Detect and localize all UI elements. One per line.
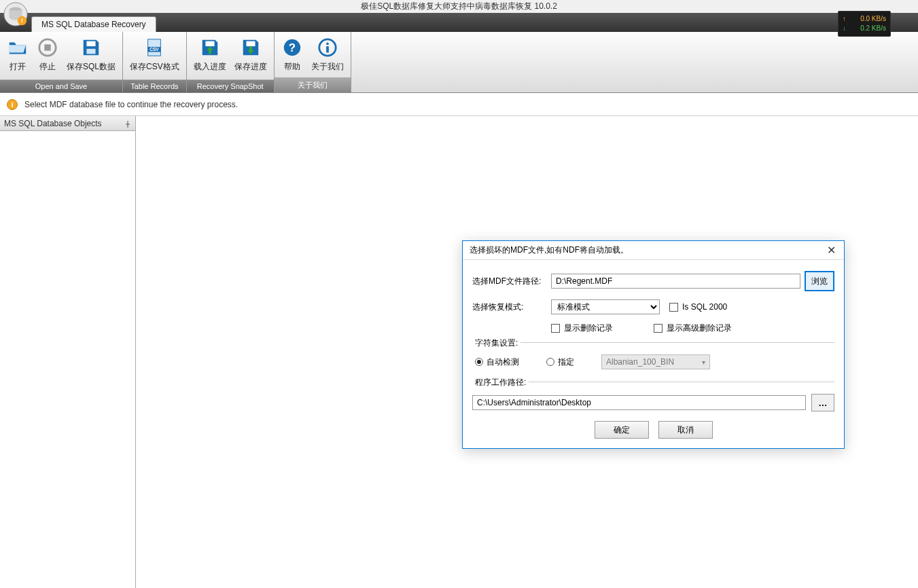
save-csv-label: 保存CSV格式 [130, 61, 179, 73]
ribbon: 打开 停止 保存SQL数据 Open and Save CSV [0, 32, 918, 93]
charset-select: Albanian_100_BIN ▾ [601, 354, 710, 369]
group-caption: Table Records [123, 79, 186, 92]
tab-recovery[interactable]: MS SQL Database Recovery [31, 16, 156, 32]
group-caption: Recovery SnapShot [187, 79, 274, 92]
charset-value: Albanian_100_BIN [606, 357, 674, 367]
stop-icon [37, 37, 58, 58]
ribbon-group-open-save: 打开 停止 保存SQL数据 Open and Save [0, 32, 123, 92]
sidebar-panel: MS SQL Database Objects [0, 116, 136, 588]
radio-checked-icon [475, 358, 483, 366]
pin-icon[interactable] [124, 120, 131, 127]
title-bar: ! 极佳SQL数据库修复大师支持中病毒数据库恢复 10.0.2 [0, 0, 918, 13]
save-progress-icon [240, 37, 262, 58]
close-button[interactable]: ✕ [825, 244, 837, 257]
recovery-mode-label: 选择恢复模式: [472, 301, 551, 313]
workpath-input[interactable] [472, 395, 806, 410]
browse-label: 浏览 [811, 276, 828, 286]
show-deleted-label: 显示删除记录 [564, 323, 613, 334]
ok-button[interactable]: 确定 [595, 421, 649, 439]
open-button[interactable]: 打开 [3, 34, 33, 79]
about-button[interactable]: 关于我们 [307, 34, 348, 77]
svg-rect-6 [86, 41, 95, 47]
show-adv-deleted-checkbox[interactable]: 显示高级删除记录 [654, 323, 732, 334]
show-deleted-checkbox[interactable]: 显示删除记录 [551, 323, 613, 334]
tab-label: MS SQL Database Recovery [41, 20, 146, 29]
show-adv-deleted-label: 显示高级删除记录 [667, 323, 732, 334]
svg-rect-17 [326, 46, 329, 52]
save-sql-label: 保存SQL数据 [67, 61, 116, 73]
open-label: 打开 [10, 61, 26, 73]
specify-radio[interactable]: 指定 [546, 356, 574, 368]
download-speed: 0.2 KB/s [860, 24, 886, 33]
sidebar-header: MS SQL Database Objects [0, 116, 135, 131]
ribbon-group-recovery-snapshot: 载入进度 保存进度 Recovery SnapShot [187, 32, 275, 92]
svg-rect-5 [44, 44, 50, 50]
close-icon: ✕ [827, 244, 836, 257]
network-speed-overlay: ↑ 0.0 KB/s ↓ 0.2 KB/s [838, 11, 891, 37]
ribbon-group-about: ? 帮助 关于我们 关于我们 [275, 32, 351, 92]
svg-text:?: ? [289, 41, 296, 54]
specify-label: 指定 [558, 356, 574, 368]
workpath-browse-button[interactable]: … [811, 394, 834, 411]
auto-detect-radio[interactable]: 自动检测 [475, 356, 519, 368]
browse-button[interactable]: 浏览 [805, 271, 834, 291]
is-sql2000-checkbox[interactable]: Is SQL 2000 [669, 302, 727, 312]
charset-legend: 字符集设置: [472, 337, 520, 349]
cancel-button[interactable]: 取消 [658, 421, 713, 439]
dialog-titlebar: 选择损坏的MDF文件,如有NDF将自动加载。 ✕ [463, 241, 844, 260]
info-icon [317, 37, 338, 58]
checkbox-icon [669, 303, 678, 312]
help-button[interactable]: ? 帮助 [277, 34, 307, 77]
ok-label: 确定 [614, 425, 630, 435]
select-mdf-dialog: 选择损坏的MDF文件,如有NDF将自动加载。 ✕ 选择MDF文件路径: 浏览 选… [462, 240, 845, 449]
svg-rect-12 [246, 41, 255, 47]
load-progress-label: 载入进度 [194, 61, 226, 73]
window-title: 极佳SQL数据库修复大师支持中病毒数据库恢复 10.0.2 [361, 1, 557, 12]
info-badge-icon: i [7, 99, 18, 110]
save-icon [80, 37, 102, 58]
stop-button[interactable]: 停止 [33, 34, 63, 79]
ribbon-tabstrip: MS SQL Database Recovery [0, 13, 918, 32]
app-logo-icon: ! [3, 1, 29, 27]
svg-point-16 [326, 43, 329, 45]
is-sql2000-label: Is SQL 2000 [682, 302, 727, 312]
upload-arrow-icon: ↑ [843, 14, 846, 24]
auto-detect-label: 自动检测 [487, 356, 519, 368]
mdf-path-input[interactable] [551, 274, 800, 289]
about-label: 关于我们 [311, 61, 344, 73]
recovery-mode-select[interactable]: 标准模式 [551, 299, 660, 314]
save-sql-button[interactable]: 保存SQL数据 [63, 34, 120, 79]
chevron-down-icon: ▾ [702, 359, 705, 366]
ribbon-group-table-records: CSV 保存CSV格式 Table Records [123, 32, 187, 92]
checkbox-icon [551, 324, 560, 333]
workpath-fieldset: 程序工作路径: … [472, 382, 834, 411]
sidebar-title: MS SQL Database Objects [4, 119, 102, 128]
info-bar: i Select MDF database file to continue t… [0, 93, 918, 116]
upload-speed: 0.0 KB/s [860, 14, 886, 24]
save-progress-button[interactable]: 保存进度 [230, 34, 271, 79]
radio-icon [546, 358, 554, 366]
stop-label: 停止 [39, 61, 56, 73]
save-csv-button[interactable]: CSV 保存CSV格式 [126, 34, 183, 79]
help-label: 帮助 [284, 61, 300, 73]
download-arrow-icon: ↓ [843, 24, 846, 33]
svg-rect-11 [205, 41, 214, 47]
svg-text:!: ! [21, 17, 23, 24]
group-caption: 关于我们 [275, 77, 351, 92]
ellipsis-icon: … [818, 398, 827, 408]
svg-text:CSV: CSV [150, 47, 160, 52]
help-icon: ? [281, 37, 303, 58]
load-progress-button[interactable]: 载入进度 [190, 34, 230, 79]
svg-rect-7 [86, 49, 95, 54]
load-icon [199, 37, 221, 58]
folder-open-icon [7, 37, 29, 58]
checkbox-icon [654, 324, 663, 333]
workpath-legend: 程序工作路径: [472, 377, 529, 388]
mdf-path-label: 选择MDF文件路径: [472, 276, 551, 287]
dialog-title-text: 选择损坏的MDF文件,如有NDF将自动加载。 [470, 244, 629, 256]
csv-file-icon: CSV [143, 37, 165, 58]
group-caption: Open and Save [0, 79, 122, 92]
cancel-label: 取消 [677, 425, 694, 435]
info-message: Select MDF database file to continue the… [24, 100, 238, 109]
charset-fieldset: 字符集设置: 自动检测 指定 Albanian_100_BIN ▾ [472, 342, 834, 369]
